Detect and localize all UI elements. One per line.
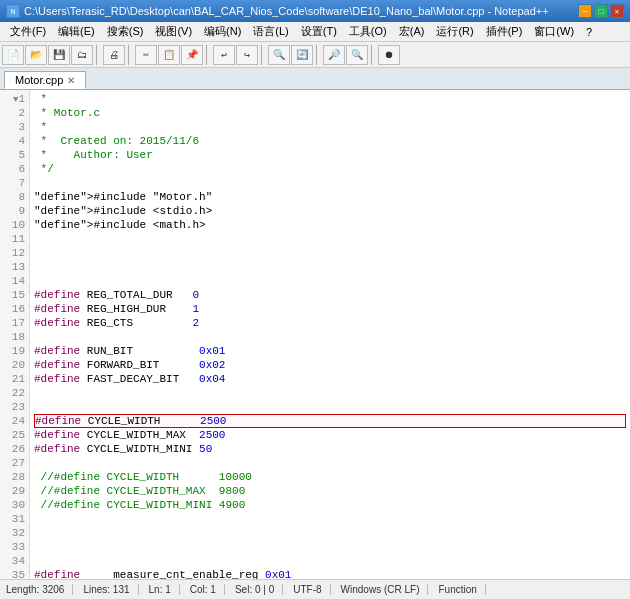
title-bar: N C:\Users\Terasic_RD\Desktop\can\BAL_CA… [0,0,630,22]
menu-settings[interactable]: 设置(T) [295,22,343,41]
save-all-button[interactable]: 🗂 [71,45,93,65]
toolbar-separator-6 [371,45,375,65]
menu-help[interactable]: ? [580,24,598,40]
line-number: 12 [4,246,25,260]
code-line: #define REG_HIGH_DUR 1 [34,302,626,316]
status-col: Col: 1 [190,584,225,595]
toolbar-separator-3 [206,45,210,65]
menu-window[interactable]: 窗口(W) [528,22,580,41]
line-number: ▼1 [4,92,25,106]
code-line: "define">#include <math.h> [34,218,626,232]
line-number: 3 [4,120,25,134]
code-line [34,540,626,554]
menu-search[interactable]: 搜索(S) [101,22,150,41]
close-button[interactable]: ✕ [610,4,624,18]
code-line: #define REG_TOTAL_DUR 0 [34,288,626,302]
line-number: 29 [4,484,25,498]
new-icon: 📄 [7,49,19,61]
line-number: 22 [4,386,25,400]
code-line: "define">#include "Motor.h" [34,190,626,204]
line-number: 19 [4,344,25,358]
toolbar-separator-4 [261,45,265,65]
menu-file[interactable]: 文件(F) [4,22,52,41]
minimize-button[interactable]: ─ [578,4,592,18]
code-line [34,526,626,540]
code-line: #define measure_cnt_enable_reg 0x01 [34,568,626,579]
find-button[interactable]: 🔍 [268,45,290,65]
macro-button[interactable]: ⏺ [378,45,400,65]
menu-edit[interactable]: 编辑(E) [52,22,101,41]
replace-button[interactable]: 🔄 [291,45,313,65]
menu-macro[interactable]: 宏(A) [393,22,431,41]
line-number: 27 [4,456,25,470]
new-button[interactable]: 📄 [2,45,24,65]
code-line [34,456,626,470]
macro-icon: ⏺ [384,49,394,61]
open-icon: 📂 [30,49,42,61]
maximize-button[interactable]: □ [594,4,608,18]
code-line: #define CYCLE_WIDTH 2500 [34,414,626,428]
toolbar: 📄 📂 💾 🗂 🖨 ✂ 📋 📌 ↩ ↪ 🔍 🔄 🔎 🔍 ⏺ [0,42,630,68]
paste-button[interactable]: 📌 [181,45,203,65]
code-line [34,232,626,246]
line-number: 5 [4,148,25,162]
code-line: //#define CYCLE_WIDTH_MAX 9800 [34,484,626,498]
tab-close-button[interactable]: ✕ [67,75,75,86]
undo-icon: ↩ [221,49,227,61]
line-number: 31 [4,512,25,526]
line-number: 35 [4,568,25,579]
menu-plugins[interactable]: 插件(P) [480,22,529,41]
find-icon: 🔍 [273,49,285,61]
menu-bar: 文件(F) 编辑(E) 搜索(S) 视图(V) 编码(N) 语言(L) 设置(T… [0,22,630,42]
line-number: 32 [4,526,25,540]
code-line [34,274,626,288]
code-line [34,512,626,526]
line-number: 6 [4,162,25,176]
menu-tools[interactable]: 工具(O) [343,22,393,41]
line-number: 25 [4,428,25,442]
app-icon: N [6,4,20,18]
menu-encoding[interactable]: 编码(N) [198,22,247,41]
menu-view[interactable]: 视图(V) [149,22,198,41]
code-line: * [34,120,626,134]
undo-button[interactable]: ↩ [213,45,235,65]
code-area[interactable]: * * Motor.c * * Created on: 2015/11/6 * … [30,90,630,579]
redo-button[interactable]: ↪ [236,45,258,65]
code-line: //#define CYCLE_WIDTH_MINI 4900 [34,498,626,512]
save-button[interactable]: 💾 [48,45,70,65]
line-number: 30 [4,498,25,512]
print-button[interactable]: 🖨 [103,45,125,65]
code-line: #define FAST_DECAY_BIT 0x04 [34,372,626,386]
line-number: 24 [4,414,25,428]
line-numbers: ▼123456789101112131415161718192021222324… [0,90,30,579]
tab-motor-cpp[interactable]: Motor.cpp ✕ [4,71,86,89]
code-line [34,330,626,344]
redo-icon: ↪ [244,49,250,61]
cut-button[interactable]: ✂ [135,45,157,65]
open-button[interactable]: 📂 [25,45,47,65]
code-line: #define FORWARD_BIT 0x02 [34,358,626,372]
code-line [34,554,626,568]
zoom-out-button[interactable]: 🔍 [346,45,368,65]
line-number: 20 [4,358,25,372]
code-line: "define">#include <stdio.h> [34,204,626,218]
line-number: 15 [4,288,25,302]
menu-run[interactable]: 运行(R) [430,22,479,41]
copy-button[interactable]: 📋 [158,45,180,65]
code-line [34,386,626,400]
code-line: * Author: User [34,148,626,162]
menu-language[interactable]: 语言(L) [247,22,294,41]
toolbar-separator-1 [96,45,100,65]
cut-icon: ✂ [143,49,149,61]
print-icon: 🖨 [109,49,119,61]
paste-icon: 📌 [186,49,198,61]
status-length: Length: 3206 [6,584,73,595]
code-line [34,260,626,274]
toolbar-separator-5 [316,45,320,65]
tab-label: Motor.cpp [15,74,63,86]
zoom-out-icon: 🔍 [351,49,363,61]
save-all-icon: 🗂 [77,49,87,61]
line-number: 21 [4,372,25,386]
code-line [34,400,626,414]
zoom-in-button[interactable]: 🔎 [323,45,345,65]
